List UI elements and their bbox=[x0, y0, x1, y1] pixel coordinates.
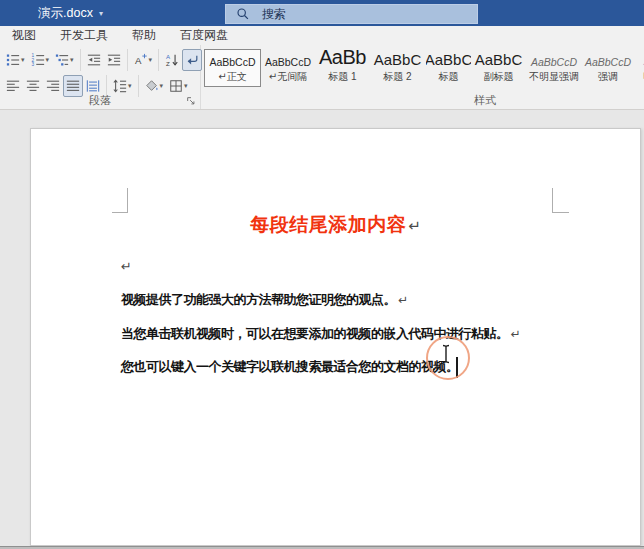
style-label: 标题 2 bbox=[383, 70, 411, 84]
caret-down-icon: ▾ bbox=[149, 56, 153, 64]
body-paragraph-1: 视频提供了功能强大的方法帮助您证明您的观点。↵ bbox=[121, 291, 408, 309]
style-item-normal[interactable]: AaBbCcD ↵正文 bbox=[204, 49, 261, 87]
document-title-text: 演示.docx bbox=[38, 6, 93, 20]
styles-group: AaBbCcD ↵正文 AaBbCcD ↵无间隔 AaBb 标题 1 AaBbC… bbox=[201, 45, 644, 109]
ibeam-cursor-icon bbox=[440, 344, 452, 364]
ribbon: ▾ 123 ▾ ▾ A bbox=[0, 45, 644, 110]
numbered-list-icon: 123 bbox=[31, 53, 45, 67]
caret-down-icon: ▾ bbox=[21, 56, 25, 64]
show-hide-marks-button[interactable] bbox=[182, 49, 202, 71]
title-bar: 演示.docx▾ 搜索 bbox=[0, 0, 644, 26]
search-box[interactable]: 搜索 bbox=[225, 4, 478, 24]
tab-developer[interactable]: 开发工具 bbox=[48, 26, 120, 45]
style-item-title[interactable]: AaBbC 标题 bbox=[425, 49, 472, 87]
style-preview: AaBb bbox=[319, 49, 366, 67]
svg-text:A: A bbox=[166, 53, 171, 60]
document-heading: 每段结尾添加内容 bbox=[250, 214, 406, 235]
style-preview: AaBbCcD bbox=[265, 57, 311, 68]
separator bbox=[127, 49, 128, 71]
justify-icon bbox=[66, 79, 80, 93]
pilcrow-icon: ↵ bbox=[408, 217, 421, 234]
bullet-list-icon bbox=[6, 53, 20, 67]
document-area: 每段结尾添加内容↵ ↵ 视频提供了功能强大的方法帮助您证明您的观点。↵ 当您单击… bbox=[0, 110, 644, 549]
sort-button[interactable]: AZ bbox=[162, 49, 182, 71]
pilcrow-icon: ↵ bbox=[398, 293, 408, 307]
style-item-subtle-emphasis[interactable]: AaBbCcD 不明显强调 bbox=[525, 49, 583, 87]
margin-mark-top-right bbox=[552, 188, 569, 213]
bullet-list-button[interactable]: ▾ bbox=[3, 49, 28, 71]
title-caret-down-icon: ▾ bbox=[99, 9, 103, 18]
svg-text:Z: Z bbox=[166, 60, 170, 67]
separator bbox=[80, 49, 81, 71]
style-preview: AaBbCcD bbox=[209, 57, 255, 68]
tab-baidu-netdisk[interactable]: 百度网盘 bbox=[168, 26, 240, 45]
sort-icon: AZ bbox=[165, 53, 179, 67]
body-paragraph-1-text: 视频提供了功能强大的方法帮助您证明您的观点。 bbox=[121, 292, 396, 307]
document-page[interactable]: 每段结尾添加内容↵ ↵ 视频提供了功能强大的方法帮助您证明您的观点。↵ 当您单击… bbox=[30, 128, 641, 546]
styles-group-label: 样式 bbox=[455, 93, 515, 108]
style-label: 不明显强调 bbox=[529, 70, 579, 84]
document-heading-line: 每段结尾添加内容↵ bbox=[31, 212, 640, 238]
margin-mark-top-left bbox=[112, 188, 128, 213]
multilevel-list-button[interactable]: ▾ bbox=[52, 49, 77, 71]
style-label: 标题 bbox=[439, 70, 459, 84]
tab-help[interactable]: 帮助 bbox=[120, 26, 168, 45]
decrease-indent-button[interactable] bbox=[84, 49, 104, 71]
increase-indent-button[interactable] bbox=[104, 49, 124, 71]
decrease-indent-icon bbox=[87, 53, 101, 67]
paragraph-group: ▾ 123 ▾ ▾ A bbox=[0, 45, 201, 109]
paragraph-group-label: 段落 bbox=[0, 93, 200, 108]
separator bbox=[158, 49, 159, 71]
dialog-launcher-icon bbox=[186, 96, 196, 106]
style-item-no-spacing[interactable]: AaBbCcD ↵无间隔 bbox=[261, 49, 315, 87]
asian-layout-button[interactable]: A ▾ bbox=[131, 49, 156, 71]
style-item-intense-emphasis[interactable]: AaBbC 明显强调 bbox=[633, 49, 644, 87]
caret-down-icon: ▾ bbox=[160, 82, 164, 90]
style-label: 标题 1 bbox=[328, 70, 356, 84]
style-preview: AaBbCcD bbox=[585, 57, 631, 68]
style-preview: AaBbC bbox=[425, 52, 472, 67]
style-preview: AaBbCcD bbox=[531, 57, 577, 68]
styles-gallery: AaBbCcD ↵正文 AaBbCcD ↵无间隔 AaBb 标题 1 AaBbC… bbox=[204, 49, 644, 89]
svg-text:3: 3 bbox=[31, 62, 34, 67]
svg-text:A: A bbox=[134, 55, 141, 66]
caret-down-icon: ▾ bbox=[128, 82, 132, 90]
multilevel-list-icon bbox=[55, 53, 69, 67]
style-label: ↵无间隔 bbox=[269, 70, 307, 84]
style-item-heading1[interactable]: AaBb 标题 1 bbox=[315, 49, 370, 87]
align-left-icon bbox=[6, 79, 20, 93]
style-item-heading2[interactable]: AaBbC 标题 2 bbox=[370, 49, 425, 87]
caret-down-icon: ▾ bbox=[70, 56, 74, 64]
tab-view[interactable]: 视图 bbox=[0, 26, 48, 45]
empty-paragraph-pilcrow-icon: ↵ bbox=[121, 259, 132, 274]
word-window: 演示.docx▾ 搜索 视图 开发工具 帮助 百度网盘 ▾ 123 ▾ bbox=[0, 0, 644, 549]
search-label: 搜索 bbox=[262, 6, 286, 23]
style-item-emphasis[interactable]: AaBbCcD 强调 bbox=[583, 49, 633, 87]
style-item-subtitle[interactable]: AaBbC 副标题 bbox=[472, 49, 525, 87]
style-preview: AaBbC bbox=[475, 52, 523, 67]
numbered-list-button[interactable]: 123 ▾ bbox=[28, 49, 53, 71]
distributed-alignment-icon bbox=[86, 79, 100, 93]
borders-icon bbox=[169, 79, 183, 93]
line-spacing-icon bbox=[113, 79, 127, 93]
show-hide-marks-icon bbox=[185, 53, 199, 67]
caret-down-icon: ▾ bbox=[46, 56, 50, 64]
paragraph-row-1: ▾ 123 ▾ ▾ A bbox=[3, 48, 202, 72]
ribbon-tab-row: 视图 开发工具 帮助 百度网盘 bbox=[0, 26, 644, 45]
style-label: ↵正文 bbox=[218, 70, 246, 84]
pilcrow-icon: ↵ bbox=[511, 327, 521, 341]
search-icon bbox=[236, 7, 250, 21]
align-right-icon bbox=[46, 79, 60, 93]
style-preview: AaBbC bbox=[374, 52, 422, 67]
shading-icon bbox=[145, 79, 159, 93]
body-paragraph-3: 您也可以键入一个关键字以联机搜索最适合您的文档的视频。 bbox=[121, 358, 459, 376]
style-label: 副标题 bbox=[484, 70, 514, 84]
caret-down-icon: ▾ bbox=[184, 82, 188, 90]
style-label: 强调 bbox=[598, 70, 618, 84]
document-title-dropdown[interactable]: 演示.docx▾ bbox=[38, 0, 103, 26]
align-center-icon bbox=[26, 79, 40, 93]
asian-layout-icon: A bbox=[134, 53, 148, 67]
increase-indent-icon bbox=[107, 53, 121, 67]
body-paragraph-3-text: 您也可以键入一个关键字以联机搜索最适合您的文档的视频。 bbox=[121, 359, 459, 374]
paragraph-dialog-launcher[interactable] bbox=[185, 95, 197, 107]
